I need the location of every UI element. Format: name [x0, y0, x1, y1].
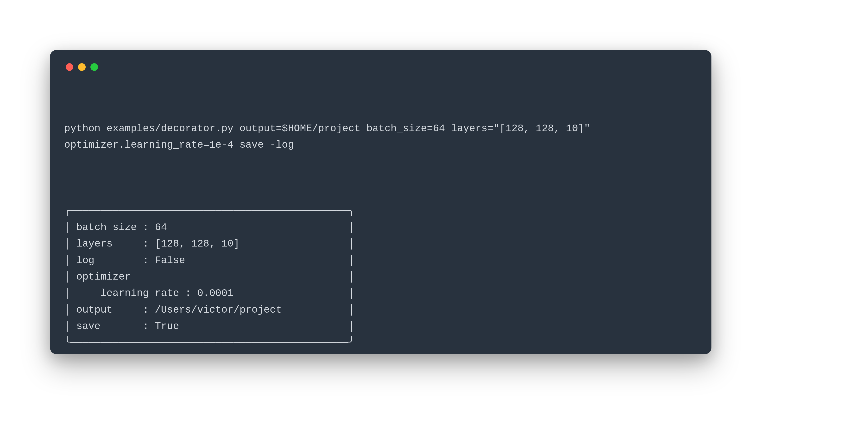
- command-line: python examples/decorator.py output=$HOM…: [64, 121, 697, 154]
- terminal-window: python examples/decorator.py output=$HOM…: [50, 50, 711, 354]
- maximize-icon[interactable]: [90, 63, 98, 71]
- minimize-icon[interactable]: [78, 63, 86, 71]
- output-table: ╭───────────────────────────────────────…: [64, 203, 697, 351]
- window-titlebar: [64, 62, 697, 71]
- close-icon[interactable]: [66, 63, 73, 71]
- terminal-content[interactable]: python examples/decorator.py output=$HOM…: [64, 88, 697, 384]
